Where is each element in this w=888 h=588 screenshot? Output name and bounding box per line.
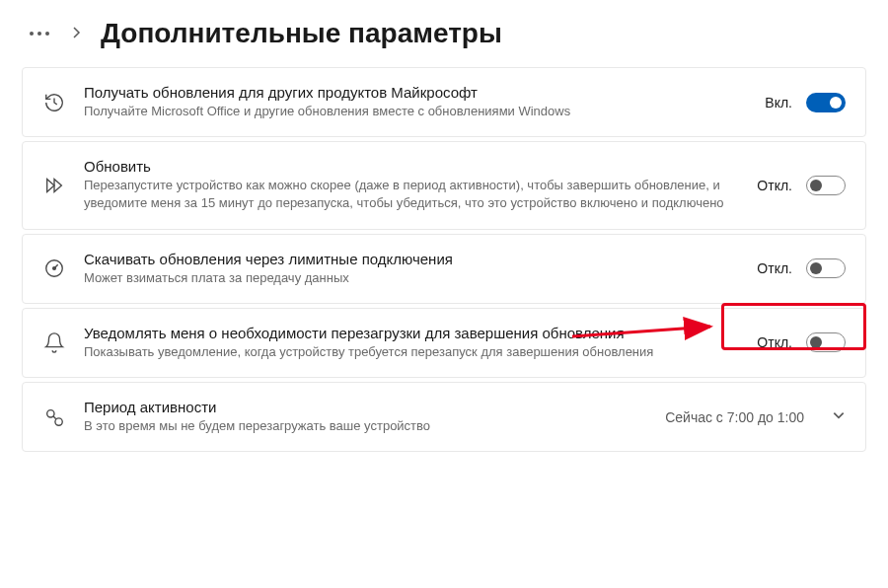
setting-control: Откл. bbox=[757, 332, 846, 352]
toggle-label: Вкл. bbox=[765, 95, 792, 110]
setting-title: Период активности bbox=[84, 399, 647, 415]
svg-point-3 bbox=[55, 417, 62, 424]
setting-desc: Получайте Microsoft Office и другие обно… bbox=[84, 103, 747, 120]
activity-icon bbox=[42, 405, 66, 429]
setting-control: Откл. bbox=[757, 258, 846, 278]
setting-control: Сейчас с 7:00 до 1:00 bbox=[665, 408, 846, 426]
page-title: Дополнительные параметры bbox=[101, 18, 502, 49]
setting-content: Скачивать обновления через лимитные подк… bbox=[84, 251, 739, 287]
toggle-metered-download[interactable] bbox=[806, 258, 846, 278]
svg-point-2 bbox=[47, 409, 54, 416]
toggle-label: Откл. bbox=[757, 334, 792, 350]
history-icon bbox=[42, 91, 66, 114]
setting-content: Получать обновления для других продуктов… bbox=[84, 84, 747, 120]
setting-active-hours[interactable]: Период активности В это время мы не буде… bbox=[22, 382, 866, 452]
toggle-label: Откл. bbox=[757, 260, 792, 276]
toggle-other-products[interactable] bbox=[806, 93, 846, 112]
chevron-right-icon bbox=[71, 25, 83, 42]
svg-point-1 bbox=[53, 267, 56, 270]
setting-control: Откл. bbox=[757, 176, 846, 195]
bell-icon bbox=[42, 331, 66, 354]
fast-forward-icon bbox=[42, 174, 66, 197]
setting-control: Вкл. bbox=[765, 93, 846, 112]
setting-desc: Перезапустите устройство как можно скоре… bbox=[84, 177, 739, 212]
setting-title: Уведомлять меня о необходимости перезагр… bbox=[84, 325, 739, 341]
setting-metered-download: Скачивать обновления через лимитные подк… bbox=[22, 234, 866, 304]
gauge-icon bbox=[42, 257, 66, 280]
setting-content: Обновить Перезапустите устройство как мо… bbox=[84, 158, 739, 212]
chevron-down-icon bbox=[832, 408, 846, 426]
toggle-notify-restart[interactable] bbox=[806, 332, 846, 352]
toggle-label: Откл. bbox=[757, 178, 792, 193]
setting-other-products: Получать обновления для других продуктов… bbox=[22, 67, 866, 137]
header: Дополнительные параметры bbox=[0, 0, 888, 67]
setting-content: Уведомлять меня о необходимости перезагр… bbox=[84, 325, 739, 361]
setting-desc: В это время мы не будем перезагружать ва… bbox=[84, 417, 647, 435]
setting-restart-asap: Обновить Перезапустите устройство как мо… bbox=[22, 141, 866, 229]
setting-content: Период активности В это время мы не буде… bbox=[84, 399, 647, 435]
active-hours-status: Сейчас с 7:00 до 1:00 bbox=[665, 409, 804, 425]
setting-desc: Показывать уведомление, когда устройству… bbox=[84, 343, 739, 361]
setting-title: Получать обновления для других продуктов… bbox=[84, 84, 747, 101]
toggle-restart-asap[interactable] bbox=[806, 176, 846, 195]
setting-notify-restart: Уведомлять меня о необходимости перезагр… bbox=[22, 308, 866, 378]
more-button[interactable] bbox=[26, 28, 53, 39]
setting-desc: Может взиматься плата за передачу данных bbox=[84, 269, 739, 287]
settings-list: Получать обновления для других продуктов… bbox=[0, 67, 888, 452]
setting-title: Обновить bbox=[84, 158, 739, 175]
setting-title: Скачивать обновления через лимитные подк… bbox=[84, 251, 739, 267]
